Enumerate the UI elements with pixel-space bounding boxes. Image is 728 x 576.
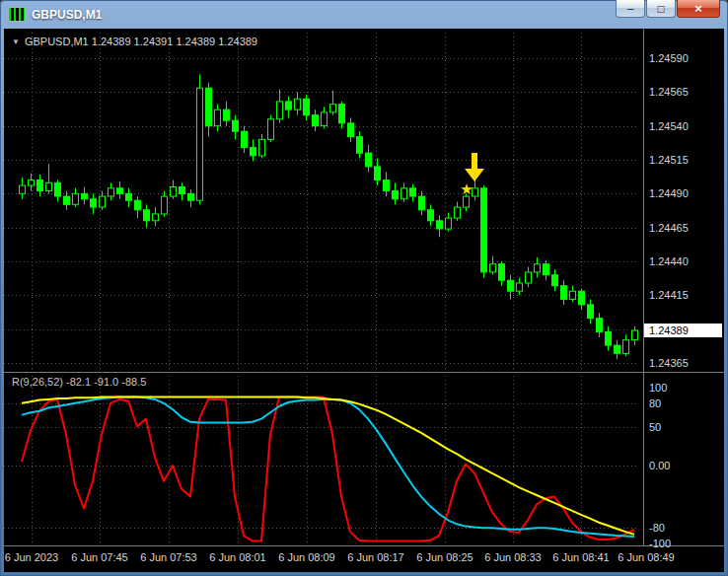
indicator-axis-label: -80 — [649, 522, 665, 534]
price-axis-label: 1.24465 — [649, 222, 689, 234]
candle-body — [366, 153, 372, 167]
price-scale[interactable]: 1.245901.245651.245401.245151.244901.244… — [643, 29, 724, 546]
candle-body — [446, 218, 452, 229]
window-title: GBPUSD,M1 — [32, 8, 102, 22]
candle-body — [330, 105, 336, 112]
candle-body — [91, 199, 97, 207]
candle-body — [384, 180, 390, 191]
close-button[interactable]: × — [677, 0, 720, 18]
indicator-line-R9 — [22, 397, 634, 541]
candle-body — [162, 196, 168, 214]
chart-canvas[interactable]: ★ — [4, 29, 724, 572]
candle-body — [64, 196, 70, 204]
candle-body — [339, 105, 345, 123]
candle-body — [375, 167, 381, 180]
candle-body — [499, 264, 505, 281]
candle-body — [197, 88, 203, 200]
candle-body — [73, 193, 79, 204]
sell-arrow-icon[interactable] — [465, 153, 484, 181]
candle-body — [428, 210, 434, 221]
chart-info-text: GBPUSD,M1 1.24389 1.24391 1.24389 1.2438… — [25, 36, 257, 47]
candle-body — [109, 188, 114, 196]
chart-app-icon — [8, 7, 26, 22]
indicator-axis-label: 50 — [649, 421, 661, 433]
candle-body — [508, 280, 514, 291]
candle-body — [259, 139, 265, 156]
candle-body — [100, 196, 106, 207]
candle-body — [171, 187, 177, 197]
candle-body — [570, 291, 576, 299]
candle-body — [251, 148, 256, 156]
chart-window: GBPUSD,M1 – □ × ★ ▼GBPUSD,M1 1.24389 1.2… — [0, 0, 728, 576]
candle-body — [206, 88, 212, 126]
candle-body — [535, 264, 541, 272]
candle-body — [615, 345, 620, 353]
candle-body — [29, 180, 35, 186]
candle-body — [55, 182, 61, 196]
candle-body — [552, 275, 558, 286]
candle-body — [455, 207, 461, 218]
candle-body — [322, 112, 328, 126]
candle-body — [544, 264, 549, 275]
chart-ohlc-label: ▼GBPUSD,M1 1.24389 1.24391 1.24389 1.243… — [12, 36, 257, 47]
time-axis-label: 6 Jun 08:49 — [602, 551, 691, 563]
price-axis-label: 1.24415 — [649, 289, 689, 301]
candle-body — [215, 109, 221, 126]
window-controls: – □ × — [616, 0, 720, 18]
candle-body — [597, 319, 603, 332]
title-bar[interactable]: GBPUSD,M1 – □ × — [0, 0, 728, 29]
one-click-trading-toggle-icon[interactable]: ▼ — [12, 37, 20, 46]
candle-body — [606, 331, 612, 345]
price-axis-label: 1.24515 — [649, 154, 689, 166]
candle-body — [46, 182, 52, 190]
time-scale[interactable]: 6 Jun 20236 Jun 07:456 Jun 07:536 Jun 08… — [4, 546, 724, 572]
current-price-tag: 1.24389 — [644, 324, 722, 337]
candle-body — [188, 193, 194, 200]
candle-body — [464, 196, 470, 207]
price-axis-label: 1.24490 — [649, 187, 689, 199]
price-axis-label: 1.24365 — [649, 357, 689, 369]
candle-body — [37, 180, 43, 191]
candle-body — [144, 210, 150, 221]
candle-body — [490, 264, 496, 272]
candle-body — [242, 131, 248, 148]
price-axis-label: 1.24540 — [649, 120, 689, 132]
minimize-button[interactable]: – — [616, 0, 645, 18]
indicator-axis-label: 0.00 — [649, 460, 670, 471]
price-axis-label: 1.24565 — [649, 86, 689, 98]
star-icon[interactable]: ★ — [460, 180, 473, 197]
candle-body — [348, 123, 354, 137]
candle-body — [20, 185, 26, 193]
candle-body — [437, 221, 443, 229]
candle-body — [561, 286, 567, 300]
candle-body — [632, 330, 638, 340]
candle-body — [153, 214, 159, 221]
candle-body — [268, 119, 274, 140]
maximize-button[interactable]: □ — [646, 0, 676, 18]
candle-body — [517, 283, 523, 291]
candle-body — [233, 120, 239, 131]
candle-body — [579, 291, 585, 305]
candle-body — [419, 196, 425, 210]
price-axis-label: 1.24440 — [649, 255, 689, 267]
chart-client-area: ★ ▼GBPUSD,M1 1.24389 1.24391 1.24389 1.2… — [4, 29, 724, 572]
candle-body — [357, 137, 363, 154]
candle-body — [313, 115, 319, 126]
candle-body — [82, 193, 88, 199]
candle-body — [126, 193, 132, 200]
candle-body — [526, 272, 532, 283]
candle-body — [410, 188, 416, 196]
price-axis-label: 1.24590 — [649, 52, 689, 64]
indicator-axis-label: 80 — [649, 397, 661, 409]
candle-body — [117, 188, 123, 194]
indicator-axis-label: 100 — [649, 382, 667, 394]
candle-body — [401, 188, 407, 199]
candle-body — [481, 188, 487, 272]
candle-body — [588, 305, 594, 319]
candle-body — [180, 187, 185, 194]
candle-body — [224, 109, 230, 120]
candle-body — [295, 99, 301, 109]
candle-body — [277, 102, 283, 119]
candle-body — [393, 191, 399, 199]
candle-body — [623, 340, 629, 354]
